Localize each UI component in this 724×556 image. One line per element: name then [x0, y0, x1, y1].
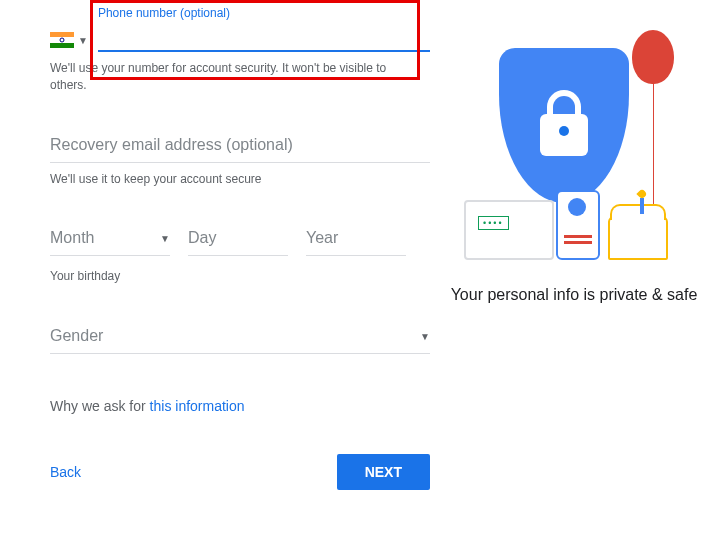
info-text: Why we ask for this information [50, 398, 430, 414]
chevron-down-icon: ▼ [78, 35, 88, 46]
info-prefix: Why we ask for [50, 398, 150, 414]
day-input[interactable] [188, 221, 288, 256]
laptop-icon [464, 200, 554, 260]
chevron-down-icon: ▼ [420, 331, 430, 342]
chevron-down-icon: ▼ [160, 233, 170, 244]
back-button[interactable]: Back [50, 464, 81, 480]
candle-icon [640, 198, 644, 214]
month-placeholder: Month [50, 229, 94, 247]
cake-icon [608, 216, 668, 260]
phone-label: Phone number (optional) [98, 6, 230, 20]
recovery-helper-text: We'll use it to keep your account secure [50, 171, 420, 188]
country-code-select[interactable]: ▼ [50, 32, 88, 52]
gender-select[interactable]: Gender ▼ [50, 319, 430, 354]
next-button[interactable]: NEXT [337, 454, 430, 490]
gender-placeholder: Gender [50, 327, 103, 345]
balloon-icon [632, 30, 674, 84]
privacy-illustration: •••• [464, 40, 684, 270]
privacy-tagline: Your personal info is private & safe [444, 286, 704, 304]
month-select[interactable]: Month ▼ [50, 221, 170, 256]
birthday-label: Your birthday [50, 268, 420, 285]
year-input[interactable] [306, 221, 406, 256]
phone-input[interactable] [98, 20, 430, 52]
recovery-email-input[interactable] [50, 128, 430, 163]
text-lines-icon [564, 235, 592, 238]
keyhole-icon [559, 126, 569, 136]
password-dots-icon: •••• [478, 216, 509, 230]
this-information-link[interactable]: this information [150, 398, 245, 414]
phone-helper-text: We'll use your number for account securi… [50, 60, 420, 94]
india-flag-icon [50, 32, 74, 48]
avatar-icon [568, 198, 586, 216]
